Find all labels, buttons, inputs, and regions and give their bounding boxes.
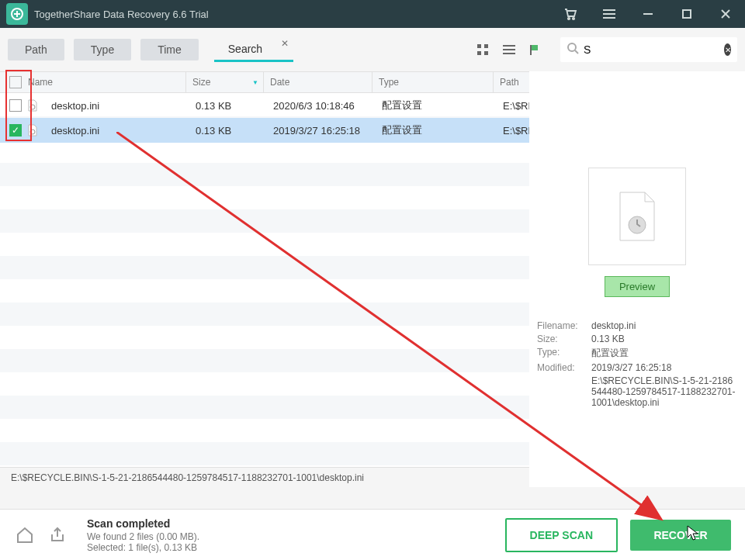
titlebar: TogetherShare Data Recovery 6.6 Trial [0, 0, 745, 28]
close-tab-icon[interactable]: ✕ [281, 38, 289, 49]
col-header-type[interactable]: Type [372, 72, 494, 92]
menu-icon[interactable] [590, 0, 629, 28]
row-checkbox[interactable]: ✓ [9, 124, 22, 137]
prop-value: 0.13 KB [591, 334, 737, 344]
col-header-path[interactable]: Path [494, 72, 529, 92]
cell-name: desktop.ini [45, 100, 189, 112]
clear-search-icon[interactable]: ✕ [724, 43, 731, 56]
tab-type[interactable]: Type [74, 39, 131, 60]
prop-value: desktop.ini [591, 320, 737, 331]
cell-size: 0.13 KB [189, 125, 267, 137]
cell-type: 配置设置 [376, 99, 497, 112]
file-properties: Filename:desktop.ini Size:0.13 KB Type:配… [537, 320, 737, 408]
cell-name: desktop.ini [45, 125, 189, 137]
cell-date: 2019/3/27 16:25:18 [267, 125, 376, 137]
tab-path[interactable]: Path [8, 39, 64, 60]
deep-scan-button[interactable]: DEEP SCAN [505, 518, 618, 552]
app-logo [6, 3, 28, 25]
status-line: We found 2 files (0.00 MB). [87, 531, 199, 542]
col-header-name[interactable]: Name [0, 72, 186, 92]
svg-rect-12 [477, 44, 481, 48]
prop-label: Size: [537, 334, 591, 344]
table-header: Name Size Date Type Path [0, 71, 529, 93]
status-line: Selected: 1 file(s), 0.13 KB [87, 542, 199, 553]
prop-value: E:\$RECYCLE.BIN\S-1-5-21-2186544480-1259… [591, 375, 737, 408]
svg-rect-14 [477, 51, 481, 55]
table-row[interactable]: desktop.ini 0.13 KB 2020/6/3 10:18:46 配置… [0, 93, 529, 118]
col-header-date[interactable]: Date [264, 72, 372, 92]
prop-label: Modified: [537, 362, 591, 373]
file-list-panel: Name Size Date Type Path desktop.ini 0.1… [0, 71, 529, 487]
svg-rect-19 [531, 45, 538, 50]
breadcrumb: E:\$RECYCLE.BIN\S-1-5-21-2186544480-1259… [0, 467, 529, 487]
minimize-icon[interactable] [629, 0, 667, 28]
svg-point-4 [573, 18, 574, 19]
status-block: Scan completed We found 2 files (0.00 MB… [87, 517, 199, 553]
home-icon[interactable] [14, 524, 36, 546]
prop-label: Type: [537, 347, 591, 360]
app-title: TogetherShare Data Recovery 6.6 Trial [34, 9, 209, 20]
preview-thumbnail [588, 168, 686, 265]
preview-panel: Preview Filename:desktop.ini Size:0.13 K… [529, 71, 745, 487]
prop-value: 配置设置 [591, 347, 737, 360]
cell-date: 2020/6/3 10:18:46 [267, 100, 376, 112]
footer: Scan completed We found 2 files (0.00 MB… [0, 509, 745, 560]
search-icon [567, 42, 579, 57]
cell-type: 配置设置 [376, 123, 497, 137]
cell-size: 0.13 KB [189, 100, 267, 112]
svg-rect-15 [484, 51, 488, 55]
svg-rect-13 [484, 44, 488, 48]
maximize-icon[interactable] [667, 0, 706, 28]
cell-path: E:\$RE [497, 100, 529, 112]
close-icon[interactable] [706, 0, 745, 28]
row-checkbox[interactable] [9, 99, 22, 112]
file-icon [26, 124, 39, 137]
svg-line-22 [575, 50, 578, 54]
svg-rect-9 [683, 10, 691, 18]
preview-button[interactable]: Preview [605, 276, 670, 297]
table-row[interactable]: ✓ desktop.ini 0.13 KB 2019/3/27 16:25:18… [0, 118, 529, 143]
search-box: ✕ [560, 37, 737, 62]
recover-button[interactable]: RECOVER [630, 520, 731, 551]
select-all-checkbox[interactable] [9, 76, 22, 88]
grid-view-icon[interactable] [475, 42, 490, 57]
tab-time[interactable]: Time [140, 39, 199, 60]
col-header-size[interactable]: Size [186, 72, 264, 92]
status-title: Scan completed [87, 517, 199, 530]
cell-path: E:\$RE [497, 125, 529, 137]
tab-search[interactable]: Search ✕ [214, 38, 293, 62]
toolbar: Path Type Time Search ✕ ✕ [0, 28, 745, 71]
prop-label: Filename: [537, 320, 591, 331]
tab-search-label: Search [228, 43, 262, 55]
file-icon [26, 99, 39, 112]
list-view-icon[interactable] [501, 42, 517, 57]
table-body: desktop.ini 0.13 KB 2020/6/3 10:18:46 配置… [0, 93, 529, 467]
export-icon[interactable] [47, 524, 68, 546]
svg-point-21 [568, 43, 576, 51]
cart-icon[interactable] [551, 0, 590, 28]
prop-value: 2019/3/27 16:25:18 [591, 362, 737, 373]
svg-point-3 [568, 18, 570, 19]
search-input[interactable] [579, 43, 724, 56]
flag-view-icon[interactable] [528, 42, 543, 57]
